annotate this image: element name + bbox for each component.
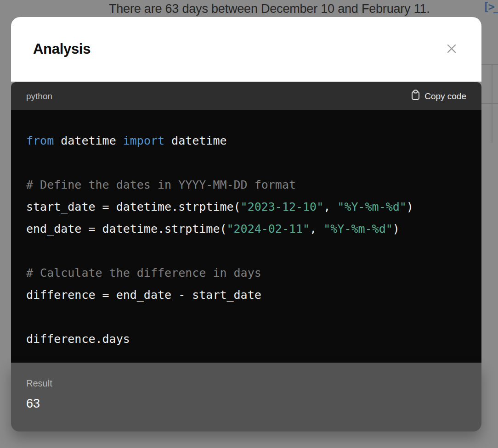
clipboard-icon bbox=[411, 90, 420, 103]
result-value: 63 bbox=[26, 397, 466, 411]
close-button[interactable] bbox=[444, 41, 459, 57]
code-line bbox=[26, 240, 466, 262]
language-label: python bbox=[26, 91, 52, 101]
page: { "background": { "assistant_message": "… bbox=[0, 0, 498, 448]
code-block: from datetime import datetime # Define t… bbox=[11, 110, 481, 363]
close-icon bbox=[444, 41, 459, 57]
modal-title: Analysis bbox=[33, 41, 91, 57]
analysis-modal-header: Analysis bbox=[11, 17, 481, 82]
code-block-header: python Copy code bbox=[11, 82, 481, 110]
code-line: from datetime import datetime bbox=[26, 130, 466, 152]
code-line: start_date = datetime.strptime("2023-12-… bbox=[26, 196, 466, 218]
code-line: # Calculate the difference in days bbox=[26, 262, 466, 284]
copy-code-button[interactable]: Copy code bbox=[411, 90, 466, 103]
code-content: from datetime import datetime # Define t… bbox=[11, 110, 481, 350]
code-line: # Define the dates in YYYY-MM-DD format bbox=[26, 174, 466, 196]
result-label: Result bbox=[26, 378, 466, 389]
background-table-border bbox=[492, 64, 492, 143]
copy-code-label: Copy code bbox=[424, 91, 466, 101]
background-table-border bbox=[481, 103, 498, 104]
assistant-message-text: There are 63 days between December 10 an… bbox=[109, 0, 430, 17]
code-line bbox=[26, 306, 466, 328]
code-line: end_date = datetime.strptime("2024-02-11… bbox=[26, 218, 466, 240]
result-section: Result 63 bbox=[11, 363, 481, 431]
code-line bbox=[26, 152, 466, 174]
code-interpreter-icon[interactable]: [>_] bbox=[483, 0, 498, 13]
background-table-border bbox=[481, 64, 498, 65]
code-line: difference = end_date - start_date bbox=[26, 284, 466, 306]
code-line: difference.days bbox=[26, 328, 466, 350]
